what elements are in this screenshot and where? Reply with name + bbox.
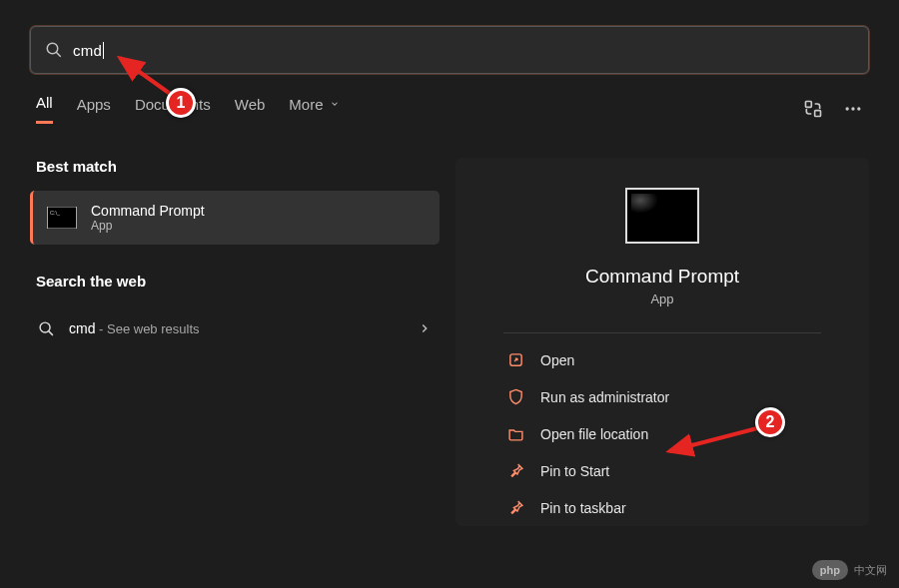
svg-point-0 xyxy=(47,43,58,54)
svg-line-1 xyxy=(56,52,61,57)
preview-subtitle: App xyxy=(650,292,673,306)
windows-flow-icon[interactable] xyxy=(803,99,823,119)
action-label: Run as administrator xyxy=(540,389,669,405)
pin-icon xyxy=(507,462,524,479)
tab-more[interactable]: More xyxy=(289,94,339,124)
svg-point-5 xyxy=(851,107,854,110)
command-prompt-icon: C:\_ xyxy=(47,207,77,229)
shield-icon xyxy=(507,388,524,405)
svg-line-12 xyxy=(120,58,176,98)
folder-icon xyxy=(507,425,524,442)
action-label: Open xyxy=(540,352,574,368)
chevron-right-icon xyxy=(418,321,432,335)
web-term: cmd xyxy=(69,320,95,336)
action-pin-to-taskbar[interactable]: Pin to taskbar xyxy=(503,489,821,526)
svg-rect-2 xyxy=(806,102,812,108)
open-icon xyxy=(507,351,524,368)
pin-icon xyxy=(507,499,524,516)
preview-title: Command Prompt xyxy=(585,266,739,288)
annotation-badge-2: 2 xyxy=(755,407,785,437)
preview-panel: Command Prompt App Open Run as administr… xyxy=(455,158,869,526)
watermark: php 中文网 xyxy=(812,560,887,580)
result-subtitle: App xyxy=(91,219,205,233)
section-best-match: Best match xyxy=(36,158,440,175)
results-panel: Best match C:\_ Command Prompt App Searc… xyxy=(30,158,440,526)
action-open[interactable]: Open xyxy=(503,341,821,378)
tab-label: More xyxy=(289,96,323,113)
svg-line-10 xyxy=(49,330,53,334)
annotation-badge-1: 1 xyxy=(166,88,196,118)
svg-rect-3 xyxy=(815,111,821,117)
action-label: Open file location xyxy=(540,426,648,442)
tab-all[interactable]: All xyxy=(36,94,53,124)
search-icon xyxy=(45,41,63,59)
search-query-text: cmd xyxy=(73,42,104,59)
result-title: Command Prompt xyxy=(91,203,205,219)
svg-point-6 xyxy=(857,107,860,110)
result-command-prompt[interactable]: C:\_ Command Prompt App xyxy=(30,191,440,245)
tab-label: Web xyxy=(235,96,266,113)
action-label: Pin to Start xyxy=(540,463,609,479)
command-prompt-icon xyxy=(625,188,699,244)
watermark-text: 中文网 xyxy=(854,563,887,578)
more-options-icon[interactable] xyxy=(843,99,863,119)
section-search-web: Search the web xyxy=(36,273,440,290)
search-icon xyxy=(38,320,55,337)
tab-label: All xyxy=(36,94,53,111)
chevron-down-icon xyxy=(330,99,340,109)
svg-text:C:\_: C:\_ xyxy=(50,210,61,216)
watermark-pill: php xyxy=(812,560,848,580)
web-suffix: - See web results xyxy=(95,321,199,336)
annotation-arrow-2 xyxy=(661,421,771,461)
svg-point-9 xyxy=(40,322,50,332)
divider xyxy=(503,332,821,333)
web-result-item[interactable]: cmd - See web results xyxy=(30,305,440,351)
svg-point-4 xyxy=(846,107,849,110)
svg-line-13 xyxy=(669,427,761,451)
tab-apps[interactable]: Apps xyxy=(77,94,111,124)
action-label: Pin to taskbar xyxy=(540,500,626,516)
tab-label: Apps xyxy=(77,96,111,113)
tab-web[interactable]: Web xyxy=(235,94,266,124)
